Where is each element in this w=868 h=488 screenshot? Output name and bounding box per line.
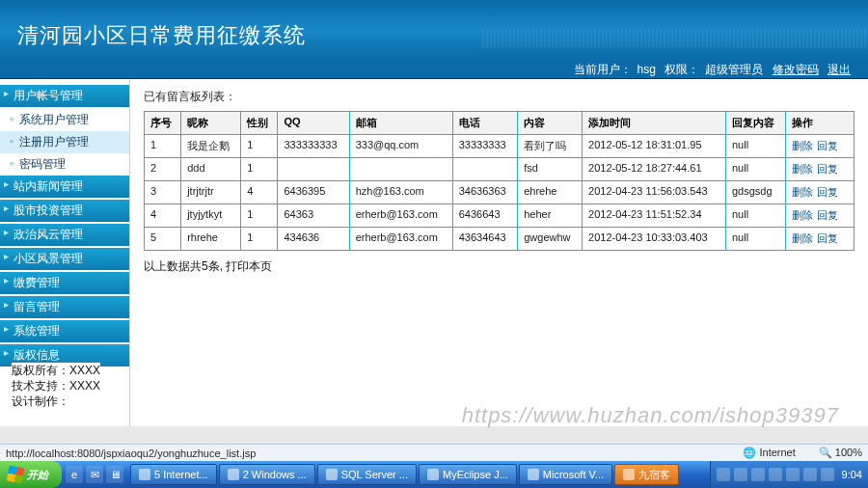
reply-link[interactable]: 回复	[817, 232, 838, 244]
tray-icon[interactable]	[751, 468, 765, 481]
table-row: 4jtyjytkyt164363erherb@163.com6436643heh…	[145, 204, 854, 228]
table-header-cell: 内容	[518, 112, 583, 135]
table-body: 1我是企鹅1333333333333@qq.com33333333看到了吗201…	[145, 135, 854, 251]
table-row: 3jtrjtrjtr46436395hzh@163.com34636363ehr…	[145, 181, 854, 204]
quick-launch-icon[interactable]: e	[66, 466, 83, 483]
table-header-cell: 操作	[786, 112, 854, 135]
sidebar-item[interactable]: 密码管理	[0, 153, 129, 176]
table-cell: jtyjytkyt	[181, 204, 241, 228]
task-label: 九宿客	[638, 464, 670, 485]
delete-link[interactable]: 删除	[792, 232, 813, 244]
table-cell: erherb@163.com	[349, 228, 452, 251]
sidebar-category[interactable]: 留言管理	[0, 296, 129, 318]
clock[interactable]: 9:04	[842, 469, 862, 480]
task-app-icon	[427, 469, 439, 480]
table-cell: fsd	[518, 158, 583, 181]
tray-icon[interactable]	[769, 468, 782, 481]
sidebar-category[interactable]: 用户帐号管理	[0, 85, 129, 107]
task-button[interactable]: 2 Windows ...	[219, 464, 315, 485]
reply-link[interactable]: 回复	[817, 163, 838, 175]
quick-launch-icon[interactable]: 🖥	[106, 466, 123, 483]
task-label: Microsoft V...	[543, 464, 604, 485]
table-ops-cell: 删除回复	[786, 204, 854, 228]
table-header-cell: 回复内容	[725, 112, 785, 135]
table-header-cell: 性别	[241, 112, 278, 135]
delete-link[interactable]: 删除	[792, 209, 813, 221]
table-cell: null	[725, 135, 785, 158]
reply-link[interactable]: 回复	[817, 186, 838, 198]
task-button[interactable]: Microsoft V...	[519, 464, 612, 485]
windows-logo-icon	[7, 466, 25, 484]
sidebar-category[interactable]: 系统管理	[0, 320, 129, 342]
delete-link[interactable]: 删除	[792, 186, 813, 198]
sidebar-category[interactable]: 小区风景管理	[0, 248, 129, 270]
table-cell: null	[725, 158, 785, 181]
table-cell: hzh@163.com	[349, 181, 452, 204]
copyright-block: 版权所有：XXXX 技术支持：XXXX 设计制作：	[12, 363, 100, 409]
table-header-cell: QQ	[278, 112, 349, 135]
task-buttons: 5 Internet...2 Windows ...SQL Server ...…	[127, 464, 710, 485]
summary-text: 以上数据共5条, 打印本页	[144, 258, 854, 275]
reply-link[interactable]: 回复	[817, 140, 838, 151]
reply-link[interactable]: 回复	[817, 209, 838, 221]
quick-launch-icon[interactable]: ✉	[86, 466, 103, 483]
sidebar-category[interactable]: 政治风云管理	[0, 224, 129, 246]
task-button[interactable]: 5 Internet...	[130, 464, 217, 485]
tray-icon[interactable]	[734, 468, 747, 481]
copyright-line2: 技术支持：XXXX	[12, 378, 100, 393]
user-bar: 当前用户：hsg 权限：超级管理员 修改密码 退出	[0, 60, 868, 79]
change-password-link[interactable]: 修改密码	[773, 63, 819, 76]
table-cell: 看到了吗	[518, 135, 583, 158]
role-value: 超级管理员	[705, 63, 763, 76]
table-cell: 2012-05-12 18:27:44.61	[583, 158, 726, 181]
sidebar-category[interactable]: 站内新闻管理	[0, 176, 129, 198]
table-ops-cell: 删除回复	[786, 158, 854, 181]
table-cell: 1	[241, 158, 278, 181]
task-app-icon	[623, 469, 635, 480]
copyright-line1: 版权所有：XXXX	[12, 363, 100, 378]
table-cell: 2012-04-23 11:56:03.543	[583, 181, 726, 204]
table-cell: 2012-04-23 10:33:03.403	[583, 228, 726, 251]
table-row: 1我是企鹅1333333333333@qq.com33333333看到了吗201…	[145, 135, 854, 158]
sidebar-item[interactable]: 系统用户管理	[0, 109, 129, 131]
table-header-cell: 添加时间	[583, 112, 726, 135]
table-header-cell: 序号	[145, 112, 181, 135]
sidebar-item[interactable]: 注册用户管理	[0, 131, 129, 153]
role-label: 权限：	[665, 63, 699, 76]
zoom-level[interactable]: 100%	[819, 447, 862, 459]
table-cell: rhrehe	[181, 228, 241, 251]
security-zone: Internet	[743, 447, 795, 459]
task-button[interactable]: 九宿客	[614, 464, 679, 485]
task-app-icon	[228, 469, 239, 480]
logout-link[interactable]: 退出	[827, 63, 851, 76]
task-button[interactable]: MyEclipse J...	[419, 464, 517, 485]
tray-icon[interactable]	[821, 468, 834, 481]
task-label: 2 Windows ...	[243, 464, 307, 485]
start-label: 开始	[27, 468, 48, 482]
table-cell: 5	[145, 228, 181, 251]
sidebar-category[interactable]: 缴费管理	[0, 272, 129, 294]
start-button[interactable]: 开始	[0, 461, 62, 488]
sidebar-category[interactable]: 股市投资管理	[0, 200, 129, 222]
list-title: 已有留言板列表：	[144, 89, 854, 105]
table-cell: 34636363	[452, 181, 518, 204]
table-ops-cell: 删除回复	[786, 135, 854, 158]
table-cell: 我是企鹅	[181, 135, 241, 158]
current-user-value: hsg	[637, 63, 656, 76]
content-layout: 用户帐号管理系统用户管理注册用户管理密码管理站内新闻管理股市投资管理政治风云管理…	[0, 79, 868, 426]
current-user-label: 当前用户：	[574, 63, 632, 76]
delete-link[interactable]: 删除	[792, 140, 813, 151]
table-header-row: 序号昵称性别QQ邮箱电话内容添加时间回复内容操作	[145, 112, 854, 135]
quick-launch: e ✉ 🖥	[62, 466, 127, 483]
tray-icon[interactable]	[803, 468, 817, 481]
task-app-icon	[326, 469, 338, 480]
task-app-icon	[528, 469, 539, 480]
delete-link[interactable]: 删除	[792, 163, 813, 175]
table-cell: 43634643	[452, 228, 518, 251]
tray-icon[interactable]	[786, 468, 800, 481]
table-cell: 3	[145, 181, 181, 204]
header-decoration	[482, 29, 868, 48]
tray-icon[interactable]	[717, 468, 730, 481]
task-button[interactable]: SQL Server ...	[317, 464, 417, 485]
table-cell: 1	[241, 204, 278, 228]
